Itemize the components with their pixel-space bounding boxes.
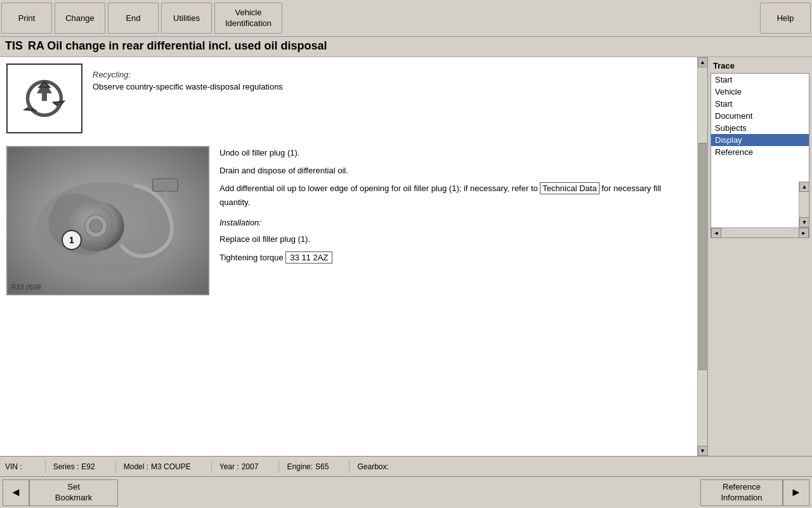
instructions-section: R33 0508 1 Undo oil filler plug (1). Dra… — [6, 146, 684, 295]
scroll-up-button[interactable]: ▲ — [698, 57, 708, 67]
trace-panel-container: Trace Start Vehicle Start Document Subje… — [707, 57, 812, 456]
change-button[interactable]: Change — [55, 3, 105, 34]
toolbar: Print Change End Utilities Vehicle Ident… — [0, 0, 812, 37]
gearbox-label: Gearbox: — [357, 462, 388, 471]
trace-scroll-horizontal-row: ◄ ► — [711, 227, 809, 237]
diagram-image: R33 0508 — [8, 147, 208, 294]
tightening-torque-ref[interactable]: 33 11 2AZ — [285, 251, 332, 264]
statusbar: VIN : Series : E92 Model : M3 COUPE Year… — [0, 456, 812, 476]
engine-value: S65 — [315, 462, 329, 471]
status-sep-3 — [211, 460, 212, 473]
recycling-note: Observe country-specific waste-disposal … — [93, 82, 283, 91]
document-title: RA Oil change in rear differential incl.… — [28, 39, 327, 53]
trace-item-vehicle[interactable]: Vehicle — [711, 86, 809, 98]
trace-item-start1[interactable]: Start — [711, 74, 809, 86]
year-label: Year : — [219, 462, 239, 471]
year-value: 2007 — [242, 462, 259, 471]
svg-text:R33 0508: R33 0508 — [11, 283, 41, 291]
print-button[interactable]: Print — [1, 3, 52, 34]
trace-item-subjects[interactable]: Subjects — [711, 122, 809, 134]
scroll-thumb[interactable] — [698, 143, 707, 370]
instruction-5: Tightening torque 33 11 2AZ — [219, 251, 684, 265]
end-button[interactable]: End — [108, 3, 159, 34]
series-label: Series : — [53, 462, 79, 471]
diagram-svg: R33 0508 — [8, 147, 208, 295]
model-value: M3 COUPE — [151, 462, 191, 471]
svg-rect-8 — [153, 178, 178, 191]
status-sep-2 — [115, 460, 116, 473]
scroll-down-button[interactable]: ▼ — [698, 446, 708, 456]
technical-data-link[interactable]: Technical Data — [540, 182, 599, 194]
trace-scroll-left[interactable]: ◄ — [711, 228, 721, 238]
model-label: Model : — [124, 462, 148, 471]
status-sep-5 — [349, 460, 350, 473]
trace-list-box: Start Vehicle Start Document Subjects Di… — [710, 73, 809, 238]
utilities-button[interactable]: Utilities — [161, 3, 212, 34]
status-sep-1 — [45, 460, 46, 473]
trace-panel: Trace Start Vehicle Start Document Subje… — [708, 57, 812, 456]
vin-label: VIN : — [5, 462, 22, 471]
tis-label: TIS — [5, 39, 23, 53]
engine-label: Engine: — [287, 462, 313, 471]
instruction-3: Add differential oil up to lower edge of… — [219, 182, 684, 210]
main-area: Recycling: Observe country-specific wast… — [0, 57, 812, 456]
trace-h-track — [721, 228, 799, 237]
trace-item-display[interactable]: Display — [711, 134, 809, 146]
scroll-track[interactable] — [698, 67, 707, 446]
content-wrapper: Recycling: Observe country-specific wast… — [0, 57, 707, 456]
trace-list[interactable]: Start Vehicle Start Document Subjects Di… — [711, 74, 809, 182]
trace-scroll-vertical[interactable]: ▲ ▼ — [799, 182, 809, 227]
recycle-icon-box — [6, 64, 82, 133]
series-value: E92 — [81, 462, 95, 471]
trace-scroll-track — [799, 192, 809, 217]
recycle-icon — [19, 73, 70, 124]
toolbar-spacer — [284, 0, 760, 36]
reference-info-button[interactable]: Reference Information — [700, 479, 783, 506]
trace-title: Trace — [710, 60, 809, 72]
vehicle-id-button[interactable]: Vehicle Identification — [214, 3, 282, 34]
instruction-2: Drain and dispose of differential oil. — [219, 164, 684, 178]
trace-item-document[interactable]: Document — [711, 110, 809, 122]
step-circle-1: 1 — [62, 230, 82, 250]
status-sep-4 — [278, 460, 279, 473]
title-bar: TIS RA Oil change in rear differential i… — [0, 37, 812, 57]
trace-item-start2[interactable]: Start — [711, 98, 809, 110]
trace-scroll-down[interactable]: ▼ — [799, 217, 809, 227]
instructions-text: Undo oil filler plug (1). Drain and disp… — [219, 146, 684, 269]
content-scrollbar[interactable]: ▲ ▼ — [697, 57, 707, 456]
trace-scroll-right[interactable]: ► — [799, 228, 809, 238]
recycling-section: Recycling: Observe country-specific wast… — [6, 64, 684, 133]
bookmark-button[interactable]: Set Bookmark — [29, 479, 118, 506]
back-arrow-button[interactable]: ◄ — [3, 479, 29, 506]
recycling-text: Recycling: Observe country-specific wast… — [93, 70, 283, 91]
bottombar: ◄ Set Bookmark Reference Information ► — [0, 476, 812, 508]
instruction-4: Replace oil filler plug (1). — [219, 232, 684, 246]
trace-item-reference[interactable]: Reference — [711, 146, 809, 158]
help-button[interactable]: Help — [760, 3, 811, 34]
forward-arrow-button[interactable]: ► — [783, 479, 809, 506]
content-scroll: Recycling: Observe country-specific wast… — [0, 57, 697, 302]
trace-scroll-up[interactable]: ▲ — [799, 182, 809, 192]
diagram-box: R33 0508 1 — [6, 146, 209, 295]
recycling-label: Recycling: — [93, 70, 283, 79]
instruction-1: Undo oil filler plug (1). — [219, 146, 684, 160]
content-area[interactable]: Recycling: Observe country-specific wast… — [0, 57, 697, 456]
installation-label: Installation: — [219, 216, 684, 230]
